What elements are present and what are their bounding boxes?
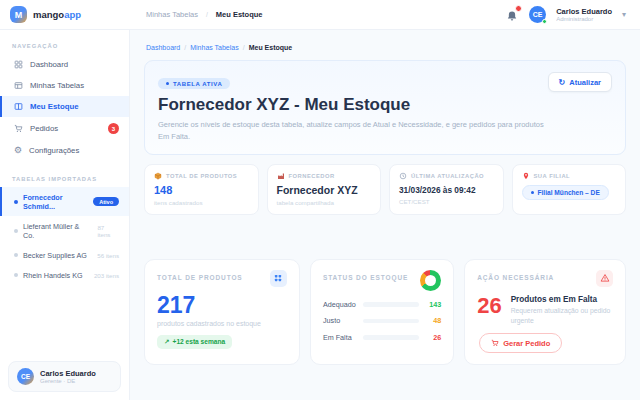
status-bar	[363, 319, 419, 324]
breadcrumb-separator: /	[184, 44, 186, 51]
table-item-becker-supplies[interactable]: Becker Supplies AG 56 itens	[0, 245, 129, 265]
status-bar	[363, 335, 419, 340]
table-item-count: 87 itens	[97, 224, 119, 238]
stat-sub: CET/CEST	[399, 198, 494, 205]
action-sub: Requerem atualização ou pedido urgente	[511, 306, 613, 326]
status-row: Justo 48	[323, 316, 441, 325]
status-row: Em Falta 26	[323, 333, 441, 342]
tables-icon	[14, 81, 23, 90]
gerar-pedido-button[interactable]: Gerar Pedido	[479, 333, 562, 353]
sidebar-user-name: Carlos Eduardo	[40, 369, 96, 378]
brand-logo-icon: M	[10, 6, 27, 23]
status-row: Adequado 143	[323, 300, 441, 309]
bullet-dot-icon	[14, 200, 18, 204]
main-content: Dashboard / Minhas Tabelas / Meu Estoque…	[130, 30, 640, 377]
factory-icon	[277, 172, 285, 180]
status-bar	[363, 302, 419, 307]
breadcrumb-current: Meu Estoque	[249, 44, 293, 51]
package-icon	[154, 172, 162, 180]
notifications-button[interactable]	[506, 8, 519, 21]
page-description: Gerencie os níveis de estoque desta tabe…	[158, 119, 553, 142]
breadcrumb-separator: /	[243, 44, 245, 51]
imported-tables-section: TABELAS IMPORTADAS Fornecedor Schmid... …	[0, 173, 129, 285]
filial-badge[interactable]: Filial München – DE	[522, 185, 609, 200]
columns-icon	[14, 102, 23, 111]
sidebar-item-label: Dashboard	[30, 60, 68, 69]
sidebar-item-label: Configurações	[29, 146, 79, 155]
sidebar-item-pedidos[interactable]: Pedidos 3	[0, 117, 129, 140]
table-item-fornecedor-schmid[interactable]: Fornecedor Schmid... Ativo	[0, 187, 129, 216]
panel-label: AÇÃO NECESSÁRIA	[477, 274, 554, 281]
sidebar-tables-title: TABELAS IMPORTADAS	[0, 173, 129, 187]
warning-triangle-icon	[596, 270, 613, 287]
brand-name: mangoapp	[33, 9, 81, 20]
stat-card-fornecedor: FORNECEDOR Fornecedor XYZ tabela compart…	[267, 164, 382, 215]
header-nav-separator: /	[206, 11, 208, 18]
table-item-rhein-handels[interactable]: Rhein Handels KG 203 itens	[0, 265, 129, 285]
tabela-ativa-badge: TABELA ATIVA	[158, 78, 230, 89]
status-value: 48	[426, 316, 441, 325]
sidebar-item-configuracoes[interactable]: ⚙ Configurações	[0, 140, 129, 161]
cart-icon	[491, 339, 499, 347]
header-nav-parent[interactable]: Minhas Tabelas	[146, 10, 198, 19]
header-nav: Minhas Tabelas / Meu Estoque	[146, 10, 262, 19]
table-item-count: 203 itens	[94, 272, 119, 279]
total-products-sub: produtos cadastrados no estoque	[157, 320, 287, 327]
sidebar-item-label: Pedidos	[30, 124, 58, 133]
bullet-dot-icon	[14, 229, 18, 233]
grid-dots-icon	[270, 270, 287, 287]
page-title: Fornecedor XYZ - Meu Estoque	[158, 95, 612, 115]
top-bar: M mangoapp Minhas Tabelas / Meu Estoque …	[0, 0, 640, 30]
status-name: Em Falta	[323, 333, 356, 342]
panel-label: TOTAL DE PRODUTOS	[157, 274, 243, 281]
sidebar-item-dashboard[interactable]: Dashboard	[0, 54, 129, 75]
avatar[interactable]: CE	[529, 6, 546, 23]
panel-total-produtos: TOTAL DE PRODUTOS 217 produtos cadastrad…	[144, 259, 300, 366]
status-dot-icon	[166, 82, 169, 85]
table-item-label: Fornecedor Schmid...	[23, 193, 88, 211]
stat-sub: itens cadastrados	[154, 199, 249, 206]
sidebar-item-minhas-tabelas[interactable]: Minhas Tabelas	[0, 75, 129, 96]
atualizar-button[interactable]: ↻ Atualizar	[548, 72, 612, 92]
refresh-icon: ↻	[559, 78, 566, 87]
panels-row: TOTAL DE PRODUTOS 217 produtos cadastrad…	[144, 259, 626, 366]
clock-icon	[399, 172, 407, 180]
panel-status-estoque: STATUS DO ESTOQUE Adequado 143 Justo 48 …	[310, 259, 454, 366]
stat-sub: tabela compartilhada	[277, 199, 372, 206]
map-pin-icon	[522, 172, 530, 180]
table-item-count: 56 itens	[97, 252, 119, 259]
notification-badge	[515, 5, 522, 12]
avatar-initials: CE	[533, 11, 543, 18]
gear-icon: ⚙	[14, 146, 22, 155]
header-user-role: Administrador	[556, 16, 612, 22]
status-value: 26	[426, 333, 441, 342]
stock-status-donut	[420, 270, 441, 291]
stat-card-ultima-atualizacao: ÚLTIMA ATUALIZAÇÃO 31/03/2026 às 09:42 C…	[389, 164, 504, 215]
status-value: 143	[426, 300, 441, 309]
sidebar-item-label: Meu Estoque	[30, 102, 79, 111]
table-item-lieferant-muller[interactable]: Lieferant Müller & Co. 87 itens	[0, 216, 129, 245]
status-name: Adequado	[323, 300, 356, 309]
sidebar-user-card[interactable]: CE Carlos Eduardo Gerente · DE	[8, 361, 121, 392]
panel-acao-necessaria: AÇÃO NECESSÁRIA 26 Produtos em Em Falta …	[464, 259, 626, 366]
pedidos-count-badge: 3	[108, 123, 119, 134]
header-user-meta[interactable]: Carlos Eduardo Administrador	[556, 7, 612, 22]
breadcrumb-minhas-tabelas[interactable]: Minhas Tabelas	[190, 44, 239, 51]
stat-value: Fornecedor XYZ	[277, 184, 372, 196]
brand-logo[interactable]: M mangoapp	[0, 6, 130, 23]
bullet-dot-icon	[14, 253, 18, 257]
ativo-badge: Ativo	[93, 197, 119, 206]
stat-value: 31/03/2026 às 09:42	[399, 185, 494, 195]
em-falta-count: 26	[477, 295, 501, 317]
sidebar-user-role: Gerente · DE	[40, 378, 96, 384]
header-user-name: Carlos Eduardo	[556, 7, 612, 16]
trend-up-icon: ↗	[164, 338, 170, 346]
panel-label: STATUS DO ESTOQUE	[323, 274, 408, 281]
chevron-down-icon[interactable]: ▾	[622, 10, 626, 19]
breadcrumb: Dashboard / Minhas Tabelas / Meu Estoque	[146, 44, 626, 51]
header-nav-current[interactable]: Meu Estoque	[216, 10, 263, 19]
breadcrumb-dashboard[interactable]: Dashboard	[146, 44, 180, 51]
table-item-label: Becker Supplies AG	[23, 251, 87, 260]
dashboard-grid-icon	[14, 60, 23, 69]
sidebar-item-meu-estoque[interactable]: Meu Estoque	[0, 96, 129, 117]
